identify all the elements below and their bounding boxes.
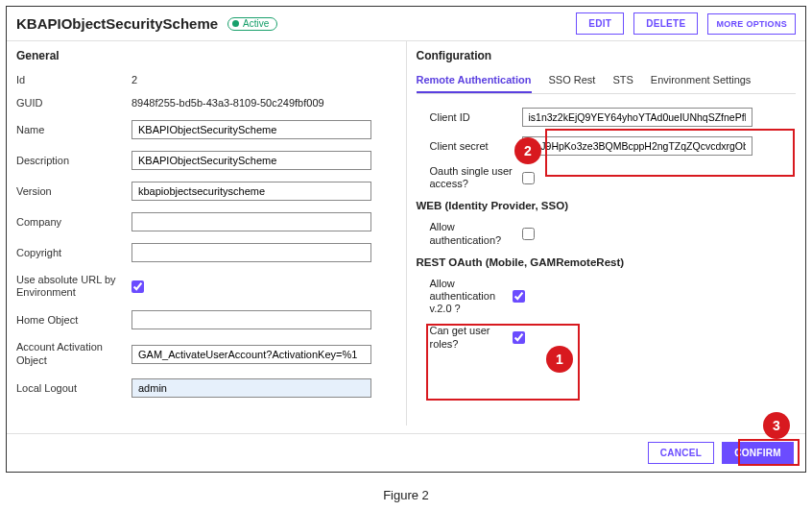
status-dot-icon — [232, 20, 239, 27]
rest-allow-auth-v2-label: Allow authentication v.2.0 ? — [417, 278, 513, 316]
general-panel: General Id 2 GUID 8948f255-bd5b-43a3-810… — [7, 41, 407, 426]
guid-label: GUID — [16, 97, 131, 109]
client-id-input[interactable] — [522, 108, 752, 127]
config-tabs: Remote Authentication SSO Rest STS Envir… — [417, 74, 797, 94]
rest-allow-auth-v2-checkbox[interactable] — [513, 290, 525, 303]
account-activation-label: Account Activation Object — [16, 341, 131, 366]
field-local-logout: Local Logout — [16, 378, 396, 398]
field-client-id: Client ID — [417, 108, 797, 127]
home-object-input[interactable] — [131, 310, 371, 329]
tab-sts[interactable]: STS — [612, 74, 633, 93]
tab-remote-authentication[interactable]: Remote Authentication — [417, 74, 532, 93]
edit-button[interactable]: EDIT — [576, 12, 624, 35]
description-input[interactable] — [131, 151, 371, 170]
general-heading: General — [16, 49, 396, 62]
rest-can-get-roles-checkbox[interactable] — [513, 331, 525, 344]
tab-environment-settings[interactable]: Environment Settings — [651, 74, 752, 93]
field-use-absolute: Use absolute URL by Environment — [16, 274, 396, 299]
figure-caption: Figure 2 — [0, 478, 812, 510]
footer-bar: CANCEL CONFIRM — [7, 433, 805, 472]
field-rest-allow-auth-v2: Allow authentication v.2.0 ? — [417, 278, 797, 316]
field-version: Version — [16, 182, 396, 201]
field-client-secret: Client secret — [417, 136, 797, 156]
field-id: Id 2 — [16, 74, 396, 85]
cancel-button[interactable]: CANCEL — [648, 442, 714, 464]
field-account-activation: Account Activation Object — [16, 341, 396, 366]
field-rest-can-get-roles: Can get user roles? — [417, 325, 797, 350]
field-company: Company — [16, 212, 396, 231]
rest-subheading: REST OAuth (Mobile, GAMRemoteRest) — [417, 256, 797, 268]
id-value: 2 — [131, 74, 137, 85]
field-oauth-single: Oauth single user access? — [417, 165, 797, 190]
field-description: Description — [16, 151, 396, 170]
confirm-button[interactable]: CONFIRM — [722, 442, 794, 464]
client-id-label: Client ID — [417, 111, 522, 123]
company-label: Company — [16, 216, 131, 228]
local-logout-label: Local Logout — [16, 382, 131, 394]
web-allow-auth-label: Allow authentication? — [417, 221, 522, 246]
web-allow-auth-checkbox[interactable] — [522, 228, 535, 240]
field-copyright: Copyright — [16, 243, 396, 262]
description-label: Description — [16, 155, 131, 166]
use-absolute-label: Use absolute URL by Environment — [16, 274, 131, 299]
local-logout-input[interactable] — [131, 378, 371, 398]
configuration-panel: Configuration Remote Authentication SSO … — [407, 41, 806, 426]
copyright-input[interactable] — [131, 243, 371, 262]
name-label: Name — [16, 124, 131, 135]
home-object-label: Home Object — [16, 314, 131, 326]
window: KBAPIObjectSecurityScheme Active EDIT DE… — [6, 6, 806, 473]
version-label: Version — [16, 185, 131, 197]
use-absolute-checkbox[interactable] — [131, 280, 144, 293]
page-title: KBAPIObjectSecurityScheme — [16, 15, 218, 32]
copyright-label: Copyright — [16, 247, 131, 258]
status-badge: Active — [227, 17, 277, 31]
content-area: General Id 2 GUID 8948f255-bd5b-43a3-810… — [7, 41, 805, 426]
field-web-allow-auth: Allow authentication? — [417, 221, 797, 246]
configuration-heading: Configuration — [417, 49, 797, 62]
id-label: Id — [16, 74, 131, 85]
delete-button[interactable]: DELETE — [633, 12, 698, 35]
rest-can-get-roles-label: Can get user roles? — [417, 325, 513, 350]
field-guid: GUID 8948f255-bd5b-43a3-8109-50c249fbf00… — [16, 97, 396, 109]
client-secret-input[interactable] — [522, 136, 752, 156]
account-activation-input[interactable] — [131, 345, 371, 364]
tab-sso-rest[interactable]: SSO Rest — [549, 74, 596, 93]
company-input[interactable] — [131, 212, 371, 231]
guid-value: 8948f255-bd5b-43a3-8109-50c249fbf009 — [131, 97, 324, 109]
name-input[interactable] — [131, 120, 371, 139]
field-name: Name — [16, 120, 396, 139]
header-bar: KBAPIObjectSecurityScheme Active EDIT DE… — [7, 7, 805, 41]
web-subheading: WEB (Identity Provider, SSO) — [417, 200, 797, 211]
version-input[interactable] — [131, 182, 371, 201]
oauth-single-checkbox[interactable] — [522, 172, 535, 184]
field-home-object: Home Object — [16, 310, 396, 329]
oauth-single-label: Oauth single user access? — [417, 165, 522, 190]
status-text: Active — [243, 18, 269, 29]
client-secret-label: Client secret — [417, 140, 522, 152]
more-options-button[interactable]: MORE OPTIONS — [707, 13, 796, 35]
